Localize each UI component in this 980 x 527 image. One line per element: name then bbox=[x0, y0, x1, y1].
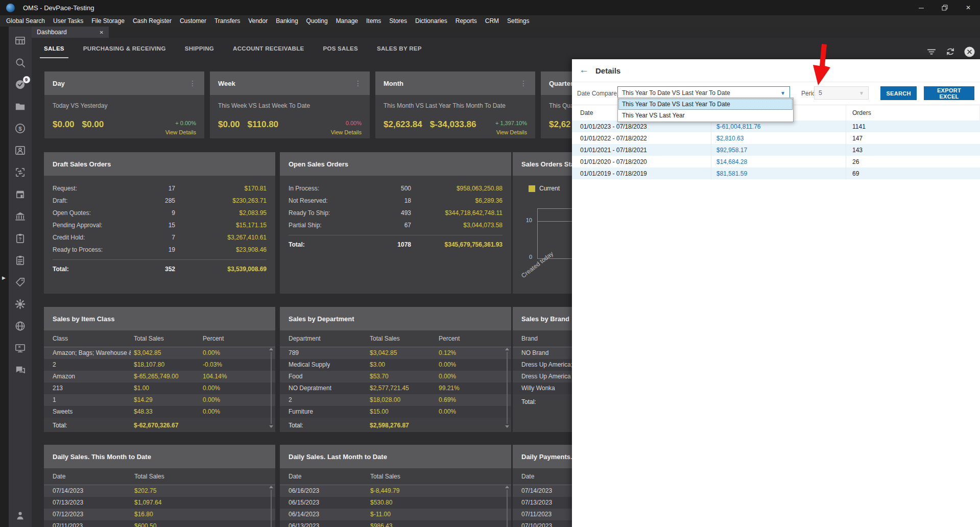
menu-item-cash-register[interactable]: Cash Register bbox=[129, 17, 176, 25]
table-row: NO Depratment$2,577,721.4599.21% bbox=[280, 382, 511, 394]
scroll-track[interactable] bbox=[271, 490, 272, 527]
scrollbar[interactable] bbox=[269, 486, 274, 527]
menu-item-transfers[interactable]: Transfers bbox=[210, 17, 244, 25]
menu-item-dictionaries[interactable]: Dictionaries bbox=[411, 17, 451, 25]
scroll-down-icon[interactable] bbox=[505, 425, 509, 428]
view-details-link[interactable]: View Details bbox=[496, 129, 527, 135]
scroll-track[interactable] bbox=[271, 352, 272, 424]
menu-item-customer[interactable]: Customer bbox=[176, 17, 210, 25]
scroll-up-icon[interactable] bbox=[505, 348, 509, 350]
close-dashboard-icon[interactable] bbox=[964, 46, 975, 57]
sidebar-item-chat[interactable] bbox=[14, 364, 27, 376]
dropdown-option[interactable]: This Year To Date VS Last Year To Date bbox=[618, 99, 793, 110]
summary-row: Not Reserved:18$6,289.36 bbox=[280, 195, 511, 207]
menu-item-user-tasks[interactable]: User Tasks bbox=[49, 17, 87, 25]
details-cell-amount[interactable]: $14,684.28 bbox=[711, 156, 846, 167]
details-cell-amount[interactable]: $-61,004,811.76 bbox=[711, 121, 846, 132]
details-cell-amount[interactable]: $81,581.59 bbox=[711, 167, 846, 179]
sidebar-item-customer[interactable] bbox=[14, 145, 27, 157]
details-cell-amount[interactable]: $2,810.63 bbox=[711, 132, 846, 144]
tab-close-icon[interactable]: ✕ bbox=[100, 30, 104, 35]
kpi-value-compare: $110.80 bbox=[248, 119, 279, 129]
table-cell: 2 bbox=[53, 361, 56, 368]
sidebar-item-tasks[interactable]: 9 bbox=[14, 79, 27, 91]
export-excel-button[interactable]: EXPORT EXCEL bbox=[924, 86, 974, 100]
restore-button[interactable] bbox=[933, 0, 957, 15]
scrollbar[interactable] bbox=[505, 348, 510, 428]
table-total-row: Total:$2,598,276.87 bbox=[280, 419, 511, 432]
summary-row: Ready to Process:19$23,908.46 bbox=[44, 244, 275, 256]
sidebar-expand-arrow[interactable]: ▶ bbox=[2, 275, 6, 280]
tab-account-receivable[interactable]: ACCOUNT RECEIVABLE bbox=[233, 45, 304, 52]
sidebar-item-settings[interactable] bbox=[14, 298, 27, 310]
search-button[interactable]: SEARCH bbox=[880, 86, 917, 100]
period-select[interactable]: 5 ▼ bbox=[814, 86, 869, 100]
sidebar-item-globe[interactable] bbox=[14, 320, 27, 332]
table-row: 07/12/2023$16.80 bbox=[44, 509, 275, 520]
back-arrow-icon[interactable]: ← bbox=[579, 64, 589, 76]
scrollbar[interactable] bbox=[505, 486, 510, 527]
sidebar-item-dashboard[interactable] bbox=[14, 35, 27, 47]
close-button[interactable]: ✕ bbox=[957, 0, 980, 15]
menu-item-stores[interactable]: Stores bbox=[385, 17, 411, 25]
menu-item-banking[interactable]: Banking bbox=[272, 17, 302, 25]
menu-item-manage[interactable]: Manage bbox=[332, 17, 362, 25]
details-cell-amount[interactable]: $92,958.17 bbox=[711, 144, 846, 156]
filter-icon[interactable] bbox=[926, 46, 937, 57]
summary-total-label: Total: bbox=[53, 266, 139, 273]
table-cell: $18,107.80 bbox=[134, 361, 164, 368]
column-header-total-sales: Total Sales bbox=[134, 335, 164, 342]
scroll-up-icon[interactable] bbox=[505, 486, 509, 488]
sidebar-item-remote-desktop[interactable] bbox=[14, 342, 27, 354]
sidebar-item-folder[interactable] bbox=[14, 101, 27, 113]
dropdown-option[interactable]: This Year VS Last Year bbox=[618, 110, 793, 121]
table-cell: NO Depratment bbox=[289, 385, 331, 392]
globe-icon bbox=[14, 320, 26, 332]
menu-item-crm[interactable]: CRM bbox=[481, 17, 503, 25]
summary-total-count: 1078 bbox=[375, 241, 411, 248]
refresh-icon[interactable] bbox=[945, 46, 956, 57]
sidebar-item-clipboard-list[interactable] bbox=[14, 254, 27, 267]
menu-item-reports[interactable]: Reports bbox=[451, 17, 481, 25]
sidebar-item-search[interactable] bbox=[14, 57, 27, 69]
scroll-up-icon[interactable] bbox=[269, 348, 273, 350]
summary-label: Partial Ship: bbox=[289, 222, 375, 229]
tab-dashboard[interactable]: Dashboard ✕ bbox=[32, 27, 109, 38]
minimize-button[interactable] bbox=[910, 0, 933, 15]
scroll-up-icon[interactable] bbox=[269, 486, 273, 488]
menu-item-vendor[interactable]: Vendor bbox=[244, 17, 272, 25]
menu-item-items[interactable]: Items bbox=[362, 17, 385, 25]
details-table-row: 01/01/2019 - 07/18/2019$81,581.5969 bbox=[572, 167, 980, 179]
kebab-menu-icon[interactable]: ⋮ bbox=[354, 79, 362, 87]
tab-purchasing-receiving[interactable]: PURCHASING & RECEIVING bbox=[83, 45, 166, 52]
kebab-menu-icon[interactable]: ⋮ bbox=[189, 79, 196, 87]
menu-item-quoting[interactable]: Quoting bbox=[302, 17, 332, 25]
details-cell-orders: 69 bbox=[846, 167, 980, 179]
view-details-link[interactable]: View Details bbox=[165, 129, 196, 135]
summary-amount: $6,289.36 bbox=[411, 197, 503, 204]
sidebar-item-transfers[interactable] bbox=[14, 166, 27, 179]
finance-icon: $ bbox=[14, 123, 26, 134]
sidebar-item-user[interactable] bbox=[14, 510, 27, 522]
details-table-row: 01/01/2023 - 07/18/2023$-61,004,811.7611… bbox=[572, 121, 980, 132]
view-details-link[interactable]: View Details bbox=[331, 129, 362, 135]
scrollbar[interactable] bbox=[269, 348, 274, 428]
sidebar-item-clipboard-question[interactable]: ? bbox=[14, 232, 27, 245]
kebab-menu-icon[interactable]: ⋮ bbox=[520, 79, 527, 87]
menu-item-global-search[interactable]: Global Search bbox=[2, 17, 49, 25]
menu-item-file-storage[interactable]: File Storage bbox=[87, 17, 129, 25]
tab-shipping[interactable]: SHIPPING bbox=[185, 45, 214, 52]
scroll-track[interactable] bbox=[507, 490, 508, 527]
scroll-down-icon[interactable] bbox=[269, 425, 273, 428]
tab-pos-sales[interactable]: POS SALES bbox=[323, 45, 358, 52]
tab-sales[interactable]: SALES bbox=[44, 45, 64, 52]
sidebar-item-finance[interactable]: $ bbox=[14, 123, 27, 135]
sidebar-item-tag[interactable] bbox=[14, 276, 27, 289]
sidebar-item-bank[interactable] bbox=[14, 210, 27, 223]
sidebar-item-store[interactable] bbox=[14, 188, 27, 201]
kpi-percent: + 1,397.10% bbox=[495, 120, 527, 126]
tab-sales-by-rep[interactable]: SALES BY REP bbox=[377, 45, 422, 52]
scroll-track[interactable] bbox=[507, 352, 508, 424]
menu-item-settings[interactable]: Settings bbox=[503, 17, 533, 25]
date-compare-value: This Year To Date VS Last Year To Date bbox=[622, 89, 777, 97]
